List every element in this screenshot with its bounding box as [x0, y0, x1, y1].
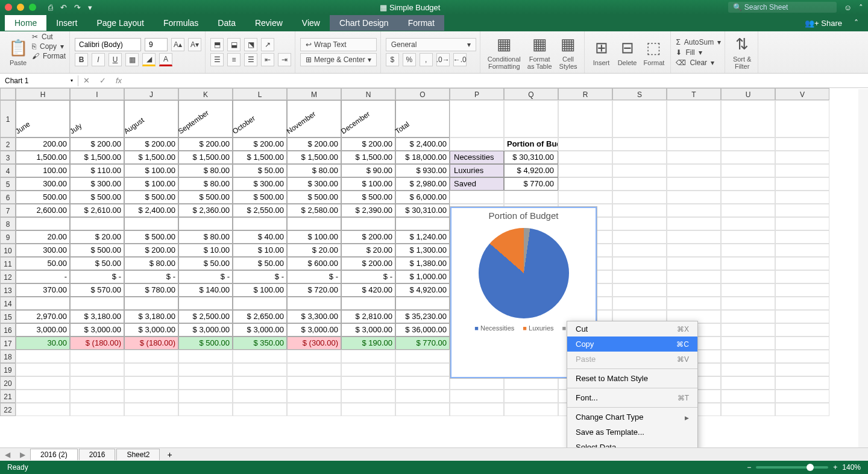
cell[interactable]	[16, 363, 70, 376]
font-name-input[interactable]	[75, 38, 141, 51]
cell[interactable]	[504, 191, 558, 204]
cell[interactable]	[612, 230, 667, 244]
month-header[interactable]: November	[287, 100, 341, 137]
tab-page-layout[interactable]: Page Layout	[87, 15, 154, 31]
cell[interactable]: $ 200.00	[178, 137, 233, 151]
bold-button[interactable]: B	[75, 53, 88, 66]
align-bottom-icon[interactable]: ⬔	[244, 38, 257, 51]
cell[interactable]	[70, 403, 124, 416]
cell[interactable]: $ 18,000.00	[395, 151, 450, 164]
cell[interactable]: $ 720.00	[287, 283, 341, 297]
row-header[interactable]: 8	[0, 217, 16, 230]
cell[interactable]	[667, 191, 721, 204]
cell[interactable]: $ 4,920.00	[395, 283, 450, 297]
cell[interactable]: $ 600.00	[287, 257, 341, 270]
cell[interactable]: $ 80.00	[178, 164, 233, 177]
cut-button[interactable]: ✂ Cut	[32, 33, 66, 41]
cell[interactable]: $ 6,000.00	[395, 191, 450, 204]
cell[interactable]	[775, 151, 829, 164]
cell[interactable]	[395, 390, 450, 403]
cell[interactable]	[287, 363, 341, 376]
cell[interactable]	[558, 191, 612, 204]
cell[interactable]: 300.00	[16, 177, 70, 191]
cell[interactable]	[233, 376, 287, 390]
cell[interactable]: $ -	[233, 270, 287, 283]
wrap-text-button[interactable]: ↩ Wrap Text	[300, 38, 377, 51]
cell[interactable]	[395, 403, 450, 416]
zoom-in-button[interactable]: +	[833, 463, 837, 472]
cell[interactable]	[395, 363, 450, 376]
cell[interactable]	[16, 376, 70, 390]
sheet-tab-2016[interactable]: 2016	[79, 449, 116, 460]
cell[interactable]: $ 2,810.00	[341, 310, 395, 323]
cell[interactable]: $ 500.00	[233, 191, 287, 204]
cell[interactable]: $ 2,360.00	[178, 204, 233, 217]
cell[interactable]	[721, 177, 775, 191]
cell[interactable]	[667, 217, 721, 230]
cell[interactable]	[612, 283, 667, 297]
column-header[interactable]: P	[450, 88, 504, 100]
cell[interactable]	[775, 164, 829, 177]
cell[interactable]	[775, 204, 829, 217]
cell[interactable]	[287, 297, 341, 310]
number-format-select[interactable]: General▾	[386, 38, 476, 51]
context-menu-item[interactable]: Font...⌘T	[567, 390, 697, 405]
cell[interactable]	[721, 164, 775, 177]
row-header[interactable]: 2	[0, 137, 16, 151]
cell[interactable]	[341, 376, 395, 390]
cell[interactable]	[775, 137, 829, 151]
cell[interactable]	[721, 257, 775, 270]
cell[interactable]: $ 2,580.00	[287, 204, 341, 217]
cell[interactable]	[178, 350, 233, 363]
cell[interactable]	[667, 204, 721, 217]
cell[interactable]	[667, 257, 721, 270]
cell[interactable]	[775, 376, 829, 390]
cell[interactable]: 100.00	[16, 164, 70, 177]
column-header[interactable]: J	[124, 88, 178, 100]
cell[interactable]: 20.00	[16, 230, 70, 244]
italic-button[interactable]: I	[92, 53, 105, 66]
cell[interactable]: $ 50.00	[233, 257, 287, 270]
cell[interactable]	[775, 350, 829, 363]
cell[interactable]: $ 10.00	[178, 244, 233, 257]
cell[interactable]	[70, 297, 124, 310]
cell[interactable]	[667, 230, 721, 244]
cell[interactable]: $ -	[341, 270, 395, 283]
cell[interactable]	[667, 137, 721, 151]
zoom-slider[interactable]	[756, 466, 828, 469]
row-header[interactable]: 3	[0, 151, 16, 164]
increase-indent-icon[interactable]: ⇥	[278, 53, 291, 66]
cell[interactable]	[721, 310, 775, 323]
row-header[interactable]: 13	[0, 283, 16, 297]
cell[interactable]	[178, 217, 233, 230]
column-header[interactable]: T	[667, 88, 721, 100]
cell[interactable]	[721, 204, 775, 217]
cell[interactable]: 370.00	[16, 283, 70, 297]
sort-filter-button[interactable]: ⇅Sort & Filter	[730, 33, 754, 72]
sheet-nav-next-icon[interactable]: ▶	[15, 450, 30, 459]
cell[interactable]	[16, 297, 70, 310]
cell[interactable]: Portion of Budget	[504, 137, 558, 151]
cell[interactable]	[287, 376, 341, 390]
cell[interactable]	[775, 323, 829, 337]
cell[interactable]: $ 1,500.00	[233, 151, 287, 164]
cell[interactable]	[178, 363, 233, 376]
cell[interactable]	[395, 297, 450, 310]
cell[interactable]	[178, 297, 233, 310]
cell[interactable]: Necessities	[450, 151, 504, 164]
cell[interactable]	[178, 403, 233, 416]
cell[interactable]: $ 200.00	[124, 137, 178, 151]
cell-styles-button[interactable]: ▦Cell Styles	[556, 33, 580, 72]
cell[interactable]: $ 200.00	[341, 230, 395, 244]
formula-input[interactable]	[127, 80, 868, 82]
cell[interactable]	[558, 164, 612, 177]
tab-insert[interactable]: Insert	[46, 15, 87, 31]
cell[interactable]	[721, 363, 775, 376]
cell[interactable]: $ 420.00	[341, 283, 395, 297]
qat-dropdown-icon[interactable]: ▾	[88, 3, 92, 12]
cell[interactable]: $ 500.00	[287, 191, 341, 204]
cell[interactable]	[124, 350, 178, 363]
cell[interactable]: $ 50.00	[233, 164, 287, 177]
cell[interactable]	[667, 244, 721, 257]
cell[interactable]: 300.00	[16, 244, 70, 257]
